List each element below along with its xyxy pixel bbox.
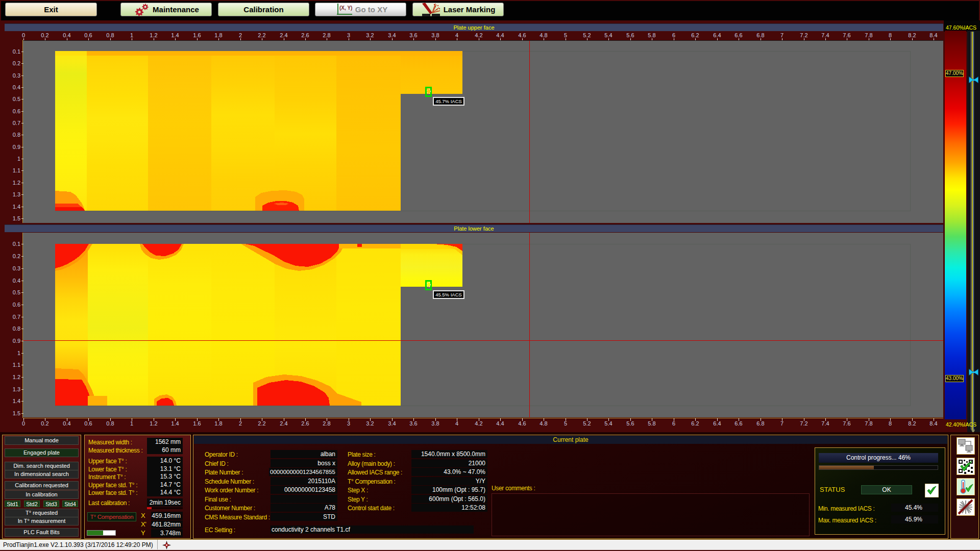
svg-text:(X, Y): (X, Y)	[339, 5, 352, 11]
